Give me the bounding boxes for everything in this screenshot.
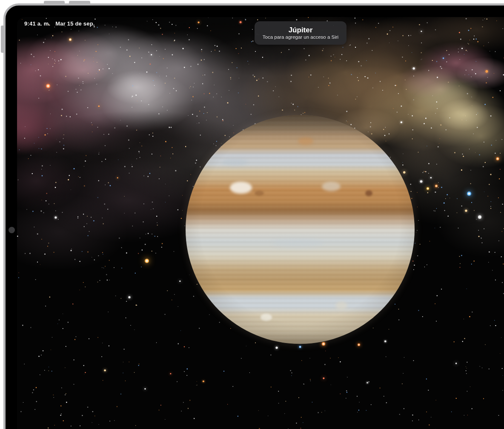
storm-oval: [222, 159, 248, 166]
storm-oval: [272, 238, 324, 248]
status-time: 9:41 a. m.: [24, 20, 50, 27]
storm-oval: [365, 190, 372, 196]
banner-title: Júpiter: [289, 26, 313, 34]
siri-shortcut-banner[interactable]: Júpiter Toca para agregar un acceso a Si…: [255, 21, 346, 45]
banner-subtitle: Toca para agregar un acceso a Siri: [263, 35, 338, 40]
storm-oval: [298, 137, 313, 145]
app-screen: 9:41 a. m. Mar 15 de sep. Júpiter Toca p…: [17, 17, 504, 429]
storm-oval: [255, 191, 264, 196]
storm-oval: [322, 182, 341, 191]
status-date: Mar 15 de sep.: [55, 20, 94, 27]
storm-oval: [230, 182, 252, 194]
planet-jupiter[interactable]: [186, 115, 415, 344]
status-bar: 9:41 a. m. Mar 15 de sep.: [24, 20, 95, 27]
storm-oval: [335, 301, 347, 310]
front-camera-icon: [9, 227, 15, 233]
storm-oval: [261, 314, 272, 321]
